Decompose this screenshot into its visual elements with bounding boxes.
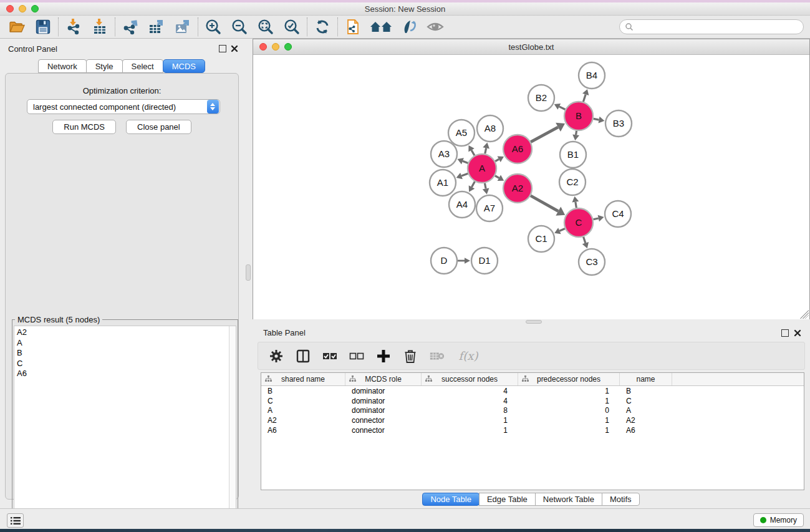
graph-edge-C-C2[interactable] <box>576 202 576 208</box>
control-panel-title: Control Panel <box>8 44 57 54</box>
zoom-selected-icon <box>282 17 301 36</box>
table-row[interactable]: A6connector11A6 <box>261 425 804 435</box>
zoom-in-button[interactable] <box>203 17 224 37</box>
graph-arrowhead <box>572 196 579 203</box>
memory-button[interactable]: Memory <box>753 513 804 527</box>
column-header-successor-nodes[interactable]: successor nodes <box>422 373 518 385</box>
tab-network-table[interactable]: Network Table <box>535 493 602 506</box>
graph-edge-A-A7[interactable] <box>485 183 486 189</box>
list-scrollbar[interactable] <box>229 326 236 527</box>
apply-layout-button[interactable] <box>312 17 333 37</box>
mcds-result-item[interactable]: A <box>17 338 228 349</box>
table-settings-button[interactable] <box>268 348 284 364</box>
horizontal-splitter-handle[interactable] <box>526 320 542 324</box>
run-mcds-button[interactable]: Run MCDS <box>52 120 116 134</box>
column-header-shared-name[interactable]: shared name <box>261 373 345 385</box>
control-panel: Control Panel NetworkStyleSelectMCDS Opt… <box>0 39 244 508</box>
table-cell: 4 <box>422 397 518 405</box>
graph-edge-C-C3[interactable] <box>584 237 586 243</box>
table-row[interactable]: Cdominator41C <box>261 396 804 406</box>
float-table-panel-icon[interactable] <box>781 329 789 337</box>
zoom-out-button[interactable] <box>229 17 250 37</box>
graph-edge-A-A8[interactable] <box>485 148 486 153</box>
network-from-clipboard-button[interactable] <box>342 17 364 37</box>
show-hide-button[interactable] <box>425 17 446 37</box>
home-button[interactable] <box>369 17 393 37</box>
graph-edge-A-A6[interactable] <box>495 159 499 161</box>
export-network-button[interactable] <box>120 17 141 37</box>
task-history-button[interactable] <box>7 513 24 528</box>
graph-edge-A-A3[interactable] <box>463 161 468 163</box>
optimization-criterion-dropdown[interactable]: largest connected component (directed) <box>27 99 220 114</box>
mcds-result-item[interactable]: A2 <box>17 327 228 338</box>
zoom-selected-button[interactable] <box>281 17 302 37</box>
delete-table-icon <box>429 349 445 363</box>
column-header-label: name <box>636 375 655 384</box>
function-builder-button[interactable]: f(x) <box>456 348 481 364</box>
window-resize-grip[interactable] <box>800 310 809 319</box>
search-box <box>619 19 804 34</box>
graph-edge-A2-C[interactable] <box>531 196 558 211</box>
column-header-predecessor-nodes[interactable]: predecessor nodes <box>518 373 620 385</box>
search-icon <box>625 22 634 31</box>
tab-style[interactable]: Style <box>86 59 123 73</box>
select-all-button[interactable] <box>322 348 338 364</box>
tab-network[interactable]: Network <box>38 59 87 73</box>
tab-select[interactable]: Select <box>122 59 163 73</box>
graph-edge-B-B4[interactable] <box>583 94 586 102</box>
import-table-button[interactable] <box>89 17 110 37</box>
network-canvas[interactable]: B4B2BB3A8A5A6A3B1AC2A1A2A4A7C4CC1DD1C3 <box>253 55 809 319</box>
search-input[interactable] <box>634 21 803 33</box>
graph-edge-B-B2[interactable] <box>559 107 566 110</box>
vertical-splitter-handle[interactable] <box>246 264 251 281</box>
graph-edge-C-C4[interactable] <box>593 218 598 220</box>
tab-motifs[interactable]: Motifs <box>602 493 640 506</box>
mcds-result-item[interactable]: B <box>17 348 228 359</box>
graph-edge-B-B3[interactable] <box>594 118 599 120</box>
graph-node-label: B2 <box>536 92 547 103</box>
close-table-panel-icon[interactable] <box>794 329 801 337</box>
mcds-result-item[interactable]: A6 <box>17 369 228 379</box>
import-network-button[interactable] <box>63 17 84 37</box>
tab-mcds[interactable]: MCDS <box>163 59 205 73</box>
table-row[interactable]: Adominator80A <box>261 406 804 416</box>
mcds-result-list[interactable]: A2ABCA6 <box>14 326 236 528</box>
column-header-label: successor nodes <box>441 375 498 384</box>
graph-edge-A-A5[interactable] <box>471 150 475 156</box>
close-panel-button[interactable]: Close panel <box>126 120 191 134</box>
tab-edge-table[interactable]: Edge Table <box>479 493 536 506</box>
delete-column-button[interactable] <box>402 348 418 364</box>
table-cell: B <box>620 387 672 395</box>
save-session-button[interactable] <box>32 17 54 37</box>
zoom-fit-button[interactable] <box>255 17 276 37</box>
table-row[interactable]: A2connector11A2 <box>261 415 804 425</box>
dropdown-value: largest connected component (directed) <box>27 102 207 112</box>
graph-node-label: C4 <box>612 208 624 219</box>
graph-edge-A-A1[interactable] <box>461 173 468 176</box>
column-header-name[interactable]: name <box>620 373 672 385</box>
graph-node-label: A6 <box>512 143 523 154</box>
graph-edge-B-B1[interactable] <box>576 131 577 135</box>
graph-edge-A-A2[interactable] <box>495 176 499 178</box>
add-column-button[interactable] <box>375 348 392 364</box>
table-row[interactable]: Bdominator41B <box>261 386 804 396</box>
column-header-MCDS-role[interactable]: MCDS role <box>345 373 422 385</box>
mcds-result-item[interactable]: C <box>17 359 228 369</box>
float-panel-icon[interactable] <box>219 45 226 52</box>
export-table-button[interactable] <box>146 17 167 37</box>
graph-edge-A-A4[interactable] <box>471 181 475 187</box>
table-cell: 8 <box>422 406 518 415</box>
style-preview-button[interactable] <box>398 17 420 37</box>
graph-edge-A6-B[interactable] <box>531 127 558 142</box>
delete-table-button[interactable] <box>429 348 445 364</box>
deselect-all-button[interactable] <box>349 348 365 364</box>
eye-icon <box>426 17 445 36</box>
open-file-button[interactable] <box>6 17 27 37</box>
export-image-button[interactable] <box>172 17 193 37</box>
close-panel-icon[interactable] <box>231 45 238 52</box>
show-columns-button[interactable] <box>295 348 311 364</box>
table-cell: A6 <box>620 426 672 435</box>
tab-node-table[interactable]: Node Table <box>422 493 480 506</box>
graph-edge-C-C1[interactable] <box>559 229 565 231</box>
table-cell: A <box>620 406 672 415</box>
